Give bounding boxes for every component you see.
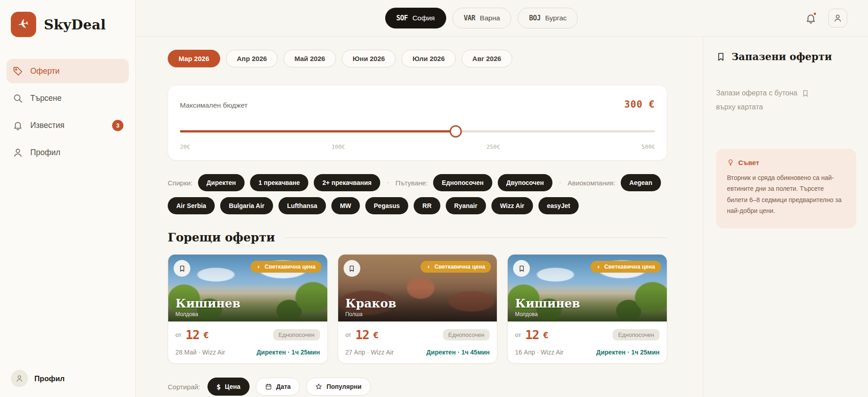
- deal-route-duration: Директен · 1ч 25мин: [256, 349, 320, 356]
- month-chip[interactable]: Май 2026: [283, 50, 336, 67]
- app-root: ✈ SkyDeal Оферти Търсене: [0, 0, 868, 397]
- price-value: 12: [185, 328, 199, 342]
- filter-chip[interactable]: 1 прекачване: [250, 174, 309, 191]
- saved-offers-hint: Запази оферта с бутона върху картата: [716, 88, 856, 113]
- filter-chip[interactable]: Pegasus: [365, 197, 409, 214]
- saved-offers-panel: Запазени оферти Запази оферта с бутона в…: [703, 37, 868, 397]
- notification-count-badge: 3: [112, 120, 123, 131]
- filter-row: Спирки:Директен1 прекачване2+ прекачвани…: [168, 174, 667, 214]
- month-chip[interactable]: Юли 2026: [401, 50, 455, 67]
- deal-card[interactable]: Светкавична цена Краков Полша от: [338, 254, 498, 364]
- city-tab[interactable]: SOF София: [385, 8, 446, 28]
- flash-price-badge: Светкавична цена: [420, 261, 491, 273]
- person-icon: [13, 147, 23, 158]
- flash-price-badge: Светкавична цена: [590, 261, 661, 273]
- month-chip[interactable]: Юни 2026: [342, 50, 396, 67]
- city-tab[interactable]: VAR Варна: [453, 8, 511, 28]
- topbar: SOF София VAR Варна BOJ Бургас: [136, 0, 868, 37]
- dollar-icon: $: [217, 383, 221, 391]
- sort-option-label: Цена: [225, 383, 240, 390]
- filter-chip[interactable]: Директен: [198, 174, 245, 191]
- person-icon: [15, 374, 24, 383]
- deal-card[interactable]: Светкавична цена Кишинев Молдова от: [168, 254, 328, 364]
- airport-code: BOJ: [529, 14, 541, 22]
- deal-body: от 12 € Еднопосочен 16 Апр · Wizz Air Ди…: [508, 321, 667, 363]
- brand-logo: ✈ SkyDeal: [0, 12, 135, 37]
- notifications-button[interactable]: [805, 13, 816, 24]
- filter-chip[interactable]: Еднопосочен: [433, 174, 492, 191]
- bookmark-icon: [716, 52, 726, 61]
- filter-chip[interactable]: RR: [414, 197, 440, 214]
- filter-chip[interactable]: Двупосочен: [498, 174, 552, 191]
- budget-label: Максимален бюджет: [180, 101, 248, 109]
- budget-slider[interactable]: [180, 125, 655, 137]
- month-chip[interactable]: Апр 2026: [226, 50, 278, 67]
- body-row: Мар 2026Апр 2026Май 2026Юни 2026Юли 2026…: [136, 37, 868, 397]
- month-chip[interactable]: Авг 2026: [462, 50, 512, 67]
- deal-city: Краков: [345, 297, 396, 310]
- city-name: София: [412, 14, 435, 22]
- sort-row: Сортирай: $ Цена: [168, 378, 667, 396]
- bookmark-button[interactable]: [344, 260, 360, 277]
- sort-option-button[interactable]: Популярни: [306, 378, 370, 396]
- trip-type-badge: Еднопосочен: [613, 329, 660, 340]
- logo-square: ✈: [11, 12, 36, 37]
- budget-card: Максимален бюджет 300 € 20€100€250€500€: [168, 85, 667, 161]
- budget-slider-ticks: 20€100€250€500€: [180, 143, 655, 150]
- content-wrap: SOF София VAR Варна BOJ Бургас: [136, 0, 868, 397]
- sort-option-button[interactable]: Дата: [256, 378, 300, 396]
- trip-type-badge: Еднопосочен: [443, 329, 490, 340]
- bookmark-icon: [348, 265, 355, 272]
- sidebar-item[interactable]: Търсене: [6, 86, 129, 110]
- filter-separator: ·: [558, 178, 562, 187]
- flash-price-badge: Светкавична цена: [250, 261, 321, 273]
- sort-options: $ Цена Дата: [208, 378, 371, 396]
- budget-value: 300 €: [624, 99, 655, 110]
- hint-text-prefix: Запази оферта с бутона: [716, 88, 797, 98]
- star-icon: [315, 383, 322, 390]
- budget-slider-thumb[interactable]: [449, 125, 462, 137]
- deal-card[interactable]: Светкавична цена Кишинев Молдова от: [507, 254, 667, 364]
- filter-separator: ·: [386, 178, 390, 187]
- sidebar-item[interactable]: Известия 3: [6, 113, 129, 137]
- filter-chip[interactable]: Aegean: [621, 174, 661, 191]
- deal-route-duration: Директен · 1ч 25мин: [596, 349, 660, 356]
- filter-chip[interactable]: Bulgaria Air: [220, 197, 273, 214]
- sort-option-button[interactable]: $ Цена: [208, 378, 250, 396]
- deal-country: Молдова: [515, 311, 580, 317]
- sidebar-profile[interactable]: Профил: [11, 370, 65, 387]
- slider-tick-label: 250€: [486, 143, 500, 150]
- sidebar-item[interactable]: Оферти: [6, 59, 129, 83]
- bookmark-button[interactable]: [513, 260, 530, 277]
- profile-button[interactable]: [828, 9, 847, 28]
- filter-chip[interactable]: Wizz Air: [491, 197, 533, 214]
- filter-chip[interactable]: Lufthansa: [278, 197, 326, 214]
- saved-offers-header: Запазени оферти: [716, 51, 856, 62]
- filter-group-label: Спирки:: [168, 179, 193, 187]
- sidebar-item[interactable]: Профил: [6, 140, 129, 165]
- filter-chip[interactable]: Air Serbia: [168, 197, 215, 214]
- trip-type-badge: Еднопосочен: [273, 329, 320, 340]
- filter-chip[interactable]: Ryanair: [446, 197, 486, 214]
- deal-city: Кишинев: [515, 297, 580, 310]
- calendar-icon: [265, 383, 272, 390]
- deal-date-airline: 28 Май · Wizz Air: [175, 349, 225, 356]
- filter-chip[interactable]: MW: [331, 197, 360, 214]
- lightning-icon: [256, 265, 261, 269]
- price-from-label: от: [515, 331, 521, 338]
- flash-badge-label: Светкавична цена: [604, 264, 655, 270]
- slider-tick-label: 100€: [331, 143, 345, 150]
- budget-slider-fill: [180, 130, 456, 132]
- saved-offers-title: Запазени оферти: [731, 51, 832, 62]
- month-chip[interactable]: Мар 2026: [168, 50, 220, 67]
- sort-option-label: Дата: [276, 383, 291, 390]
- price-currency: €: [543, 330, 548, 340]
- filter-group-label: Пътуване:: [396, 179, 428, 187]
- bookmark-button[interactable]: [174, 260, 190, 277]
- price-from-label: от: [345, 331, 351, 338]
- filter-chip[interactable]: easyJet: [538, 197, 579, 214]
- city-tab[interactable]: BOJ Бургас: [518, 8, 578, 28]
- deal-city-block: Кишинев Молдова: [175, 297, 241, 317]
- tip-card: Съвет Вторник и сряда обикновено са най-…: [716, 149, 856, 228]
- filter-chip[interactable]: 2+ прекачвания: [314, 174, 380, 191]
